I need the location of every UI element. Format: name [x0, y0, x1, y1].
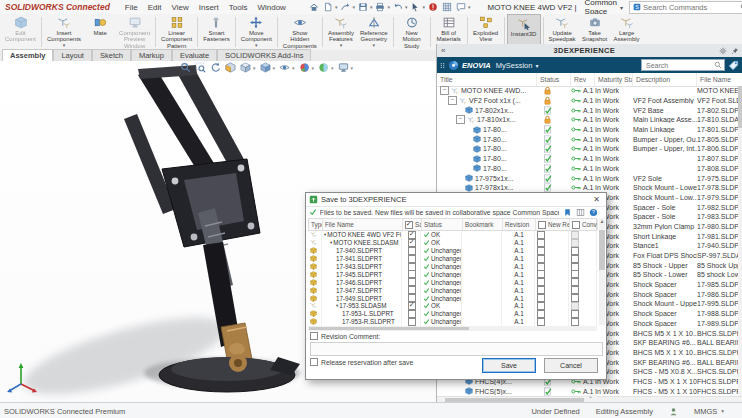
ribbon-button-move-component[interactable]: MoveComponent▾ — [238, 14, 275, 50]
save-checkbox[interactable] — [408, 231, 416, 239]
save-icon[interactable] — [358, 2, 368, 12]
ribbon-button-smart-fasteners[interactable]: SmartFasteners — [200, 14, 233, 50]
ribbon-button-edit-component[interactable]: EditComponent — [2, 14, 39, 50]
panel-search-icon[interactable] — [714, 61, 722, 69]
undo-caret-icon[interactable]: ▾ — [405, 4, 408, 10]
menu-tools[interactable]: Tools — [224, 3, 253, 12]
save-checkbox[interactable] — [408, 278, 416, 286]
bookmark-icon[interactable] — [563, 208, 572, 217]
table-row[interactable]: 17-946.SLDPRTUnchangedA.1 — [308, 278, 597, 286]
menu-window[interactable]: Window — [252, 3, 290, 12]
column-checkbox[interactable] — [538, 221, 546, 229]
app-menu-dots-icon[interactable] — [440, 61, 445, 70]
save-caret-icon[interactable]: ▾ — [370, 4, 373, 10]
table-row[interactable]: 17-945.SLDPRTUnchangedA.1 — [308, 270, 597, 278]
table-row[interactable]: 17-80...A.1In WorkMain Linkage17-801.SLD… — [437, 125, 742, 135]
ribbon-button-show-hidden-components[interactable]: ShowHiddenComponents — [280, 14, 320, 50]
menu-edit[interactable]: Edit — [143, 3, 167, 12]
tab-assembly[interactable]: Assembly — [2, 49, 53, 61]
zoom-area-icon[interactable] — [195, 62, 206, 73]
dropdown-caret-icon[interactable]: ▾ — [372, 43, 375, 48]
panel-column-file-name[interactable]: File Name — [697, 73, 742, 86]
panel-bottom-collapse-icon[interactable]: ⌃ — [584, 395, 597, 402]
units-selector[interactable]: MMGS — [694, 407, 717, 416]
new-revision-checkbox[interactable] — [537, 263, 545, 271]
new-revision-checkbox[interactable] — [537, 247, 545, 255]
units-caret-icon[interactable]: ▾ — [721, 408, 724, 414]
print-caret-icon[interactable]: ▾ — [387, 4, 390, 10]
dialog-column-bookmark[interactable]: Bookmark — [463, 219, 503, 230]
alert-icon[interactable] — [428, 2, 438, 12]
edit-appearance-icon[interactable] — [299, 62, 310, 73]
chat-caret-icon[interactable]: ▾ — [468, 4, 471, 10]
tab-solidworks-add-ins[interactable]: SOLIDWORKS Add-Ins — [217, 49, 311, 61]
table-row[interactable]: −polygon points="6,1 11,3.3 11,8.7 6,11 … — [437, 115, 742, 125]
dialog-column-convert[interactable]: Convert — [570, 219, 598, 230]
save-checkbox[interactable] — [408, 302, 416, 310]
ribbon-button-insert-components[interactable]: polygon points="6,1 11,3.3 11,8.7 6,11 1… — [44, 14, 84, 50]
save-checkbox[interactable] — [408, 318, 416, 326]
new-revision-checkbox[interactable] — [537, 318, 545, 326]
save-checkbox[interactable] — [408, 286, 416, 294]
command-search[interactable]: S ▾ — [629, 1, 742, 14]
view-settings-caret-icon[interactable]: ▾ — [351, 65, 354, 71]
new-revision-checkbox[interactable] — [537, 310, 545, 318]
save-checkbox[interactable] — [408, 270, 416, 278]
dropdown-caret-icon[interactable]: ▾ — [340, 43, 343, 48]
hide-show-items-icon[interactable] — [279, 62, 290, 73]
display-style-icon[interactable] — [260, 62, 271, 73]
convert-checkbox[interactable] — [571, 247, 579, 255]
tab-markup[interactable]: Markup — [131, 49, 172, 61]
dialog-column-revision[interactable]: Revision — [503, 219, 536, 230]
new-revision-checkbox[interactable] — [537, 286, 545, 294]
convert-checkbox[interactable] — [571, 255, 579, 263]
revision-comment-textarea[interactable] — [310, 342, 603, 356]
command-search-input[interactable] — [641, 2, 739, 13]
tab-layout[interactable]: Layout — [53, 49, 92, 61]
dialog-column-type[interactable]: Type — [309, 219, 323, 230]
table-row[interactable]: 17-802x1x...A.1In WorkVF2 Base17-802.SLD… — [437, 105, 742, 115]
view-settings-icon[interactable] — [338, 62, 349, 73]
new-revision-checkbox[interactable] — [537, 231, 545, 239]
table-row[interactable]: 17-940.SLDPRTUnchangedA.1 — [308, 247, 597, 255]
tag-icon[interactable] — [728, 60, 739, 71]
view-orientation-icon[interactable] — [240, 62, 251, 73]
table-row[interactable]: polygon points="6,1 11,3.3 11,8.7 6,11 1… — [308, 239, 597, 247]
panel-column-rev[interactable]: Rev — [571, 73, 595, 86]
new-revision-checkbox[interactable] — [537, 294, 545, 302]
dialog-column-new-revision[interactable]: New Revision — [536, 219, 570, 230]
table-row[interactable]: −polygon points="6,1 11,3.3 11,8.7 6,11 … — [437, 96, 742, 106]
pin-icon[interactable] — [731, 47, 739, 55]
chat-icon[interactable] — [456, 2, 466, 12]
hide-show-items-caret-icon[interactable]: ▾ — [292, 65, 295, 71]
display-style-caret-icon[interactable]: ▾ — [273, 65, 276, 71]
convert-checkbox[interactable] — [571, 263, 579, 271]
session-selector[interactable]: MySession — [496, 61, 533, 70]
menu-insert[interactable]: Insert — [194, 3, 224, 12]
tree-collapse-icon[interactable]: − — [456, 115, 465, 124]
table-row[interactable]: 17-80...A.1In WorkBumper - Upper, Int...… — [437, 144, 742, 154]
save-checkbox[interactable] — [408, 255, 416, 263]
new-revision-checkbox[interactable] — [537, 239, 545, 247]
convert-checkbox[interactable] — [571, 294, 579, 302]
panel-vertical-scrollbar[interactable] — [738, 86, 742, 396]
save-checkbox[interactable] — [408, 310, 416, 318]
table-row[interactable]: 17-953-L.SLDPRTUnchangedA.1 — [308, 310, 597, 318]
dialog-close-icon[interactable]: ✕ — [587, 195, 606, 204]
ribbon-button-reference-geometry[interactable]: ReferenceGeometry▾ — [357, 14, 391, 50]
column-options-icon[interactable] — [576, 208, 585, 217]
apply-scene-caret-icon[interactable]: ▾ — [331, 65, 334, 71]
tab-sketch[interactable]: Sketch — [92, 49, 131, 61]
select-cursor-icon[interactable] — [410, 2, 420, 12]
dropdown-caret-icon[interactable]: ▾ — [63, 43, 66, 48]
tree-collapse-icon[interactable]: − — [440, 86, 449, 95]
table-row[interactable]: 17-941.SLDPRTUnchangedA.1 — [308, 255, 597, 263]
save-checkbox[interactable] — [408, 263, 416, 271]
table-row[interactable]: 17-80...A.1In Work17-807.SLDPRT — [437, 154, 742, 164]
session-caret-icon[interactable]: ▾ — [535, 62, 538, 69]
print-icon[interactable] — [375, 2, 385, 12]
ribbon-button-linear-component-pattern[interactable]: LinearComponentPattern▾ — [158, 14, 195, 50]
table-row[interactable]: polygon points="6,1 11,3.3 11,8.7 6,11 1… — [308, 302, 597, 310]
tree-expanded-caret-icon[interactable]: ▾ — [336, 303, 338, 308]
share-icon[interactable] — [340, 2, 350, 12]
